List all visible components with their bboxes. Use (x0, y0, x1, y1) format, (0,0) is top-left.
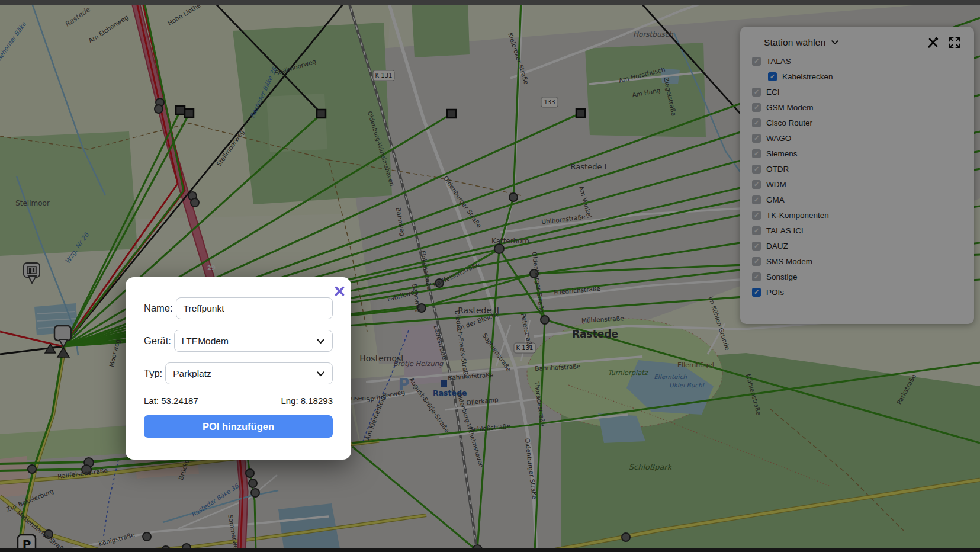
device-value: LTEModem (182, 336, 229, 346)
type-select[interactable]: Parkplatz (165, 362, 333, 384)
device-select[interactable]: LTEModem (174, 330, 333, 352)
type-value: Parkplatz (173, 368, 211, 379)
chevron-down-icon (317, 368, 324, 379)
chevron-down-icon (317, 336, 324, 346)
modal-backdrop[interactable] (0, 0, 980, 552)
device-label: Gerät: (144, 335, 171, 346)
type-label: Typ: (144, 368, 162, 379)
type-row: Typ: Parkplatz (144, 362, 333, 384)
device-row: Gerät: LTEModem (144, 330, 333, 352)
name-label: Name: (144, 303, 173, 314)
coords-row: Lat: 53.24187 Lng: 8.18293 (144, 396, 333, 406)
close-icon[interactable] (333, 284, 346, 297)
lat-value: Lat: 53.24187 (144, 396, 198, 406)
name-row: Name: Treffpunkt (144, 297, 333, 319)
add-poi-button[interactable]: POI hinzufügen (144, 415, 333, 438)
lng-value: Lng: 8.18293 (281, 396, 333, 406)
name-input[interactable]: Treffpunkt (176, 297, 333, 319)
poi-modal: Name: Treffpunkt Gerät: LTEModem Typ: Pa… (126, 277, 351, 460)
